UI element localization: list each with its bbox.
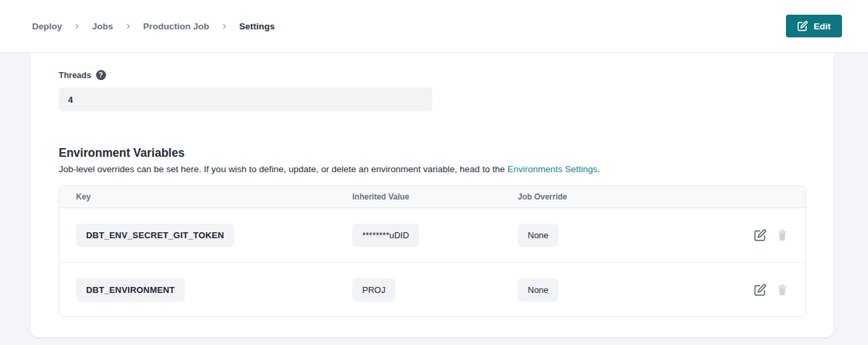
edit-button-label: Edit xyxy=(814,21,831,31)
env-var-key: DBT_ENV_SECRET_GIT_TOKEN xyxy=(76,224,234,247)
breadcrumb: Deploy Jobs Production Job Settings xyxy=(32,21,275,31)
env-var-key: DBT_ENVIRONMENT xyxy=(76,278,185,302)
breadcrumb-item-production-job[interactable]: Production Job xyxy=(143,21,209,31)
top-bar: Deploy Jobs Production Job Settings Edit xyxy=(0,0,868,53)
env-var-job-override: None xyxy=(518,278,558,302)
column-header-key: Key xyxy=(76,192,352,202)
table-header-row: Key Inherited Value Job Override xyxy=(59,186,805,208)
row-delete-icon[interactable] xyxy=(776,229,789,242)
env-vars-table: Key Inherited Value Job Override DBT_ENV… xyxy=(59,186,806,317)
threads-label: Threads xyxy=(59,71,91,80)
table-row: DBT_ENV_SECRET_GIT_TOKEN ********uDID No… xyxy=(59,208,805,262)
row-edit-icon[interactable] xyxy=(754,284,767,296)
breadcrumb-item-jobs[interactable]: Jobs xyxy=(92,21,113,31)
breadcrumb-item-deploy[interactable]: Deploy xyxy=(32,21,62,31)
env-var-job-override: None xyxy=(518,224,558,247)
env-var-inherited-value: PROJ xyxy=(352,278,396,302)
chevron-right-icon xyxy=(221,23,228,30)
edit-pencil-icon xyxy=(797,21,808,31)
env-var-inherited-value: ********uDID xyxy=(352,224,419,247)
table-row: DBT_ENVIRONMENT PROJ None xyxy=(59,262,805,316)
breadcrumb-item-settings: Settings xyxy=(240,21,275,31)
row-edit-icon[interactable] xyxy=(754,229,767,242)
env-vars-title: Environment Variables xyxy=(59,146,806,160)
env-vars-description: Job-level overrides can be set here. If … xyxy=(59,164,806,174)
help-icon[interactable]: ? xyxy=(96,70,106,80)
env-vars-description-text: Job-level overrides can be set here. If … xyxy=(59,164,507,174)
column-header-job-override: Job Override xyxy=(518,192,742,202)
environments-settings-link[interactable]: Environments Settings xyxy=(507,164,597,174)
threads-input[interactable] xyxy=(59,87,432,111)
row-delete-icon[interactable] xyxy=(776,284,789,296)
column-header-inherited-value: Inherited Value xyxy=(352,192,518,202)
edit-button[interactable]: Edit xyxy=(786,15,843,37)
chevron-right-icon xyxy=(125,23,132,30)
chevron-right-icon xyxy=(73,23,81,30)
env-vars-description-period: . xyxy=(598,164,600,174)
settings-card: Threads ? Environment Variables Job-leve… xyxy=(31,53,833,337)
